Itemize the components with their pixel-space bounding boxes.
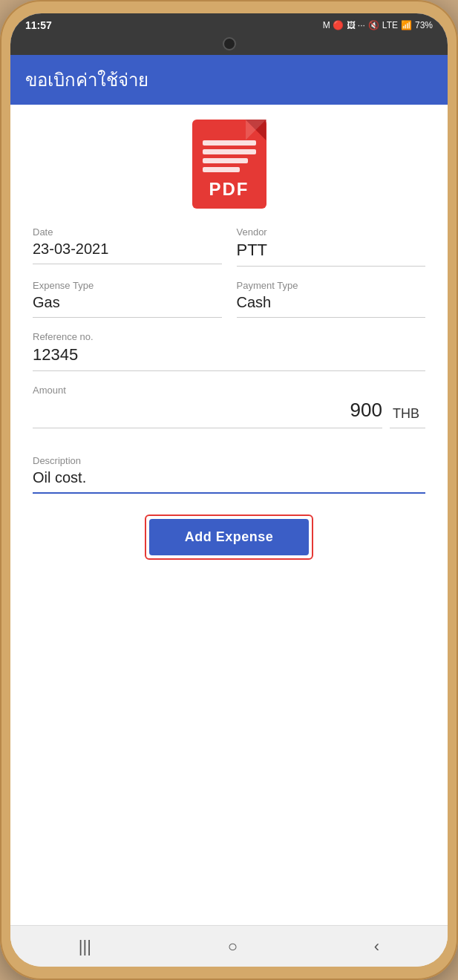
pdf-label: PDF [192,179,266,200]
pdf-line-4 [203,167,240,172]
app-header: ขอเบิกค่าใช้จ่าย [10,55,448,105]
expense-type-label: Expense Type [33,280,222,291]
vendor-label: Vendor [237,226,426,238]
camera-dot [223,37,236,50]
app-title: ขอเบิกค่าใช้จ่าย [25,70,148,90]
reference-label: Reference no. [33,331,425,342]
expense-type-value: Gas [33,294,222,318]
signal-icon: 🔇 [368,20,379,30]
camera-notch [10,37,448,55]
vendor-field: Vendor PTT [237,226,426,267]
amount-value: 900 [33,399,382,428]
pdf-icon-container: PDF [33,120,425,209]
vendor-value: PTT [237,241,426,267]
amount-field-container: Amount 900 THB [33,385,425,442]
wifi-icon: 📶 [401,20,412,30]
reference-field: Reference no. 12345 [33,331,425,371]
description-value: Oil cost. [33,469,425,494]
status-icons: M 🔴 🖼 ··· 🔇 LTE 📶 73% [323,20,433,30]
home-nav-icon[interactable]: ○ [228,937,238,956]
status-bar: 11:57 M 🔴 🖼 ··· 🔇 LTE 📶 73% [10,13,448,37]
date-value: 23-03-2021 [33,241,222,264]
amount-currency: THB [390,406,425,428]
pdf-line-2 [203,149,256,154]
battery-label: 73% [415,20,433,30]
pdf-line-1 [203,140,256,146]
phone-frame: 11:57 M 🔴 🖼 ··· 🔇 LTE 📶 73% ขอเบิกค่าใช้… [0,0,458,980]
date-label: Date [33,226,222,238]
phone-screen: 11:57 M 🔴 🖼 ··· 🔇 LTE 📶 73% ขอเบิกค่าใช้… [10,13,448,967]
amount-row: 900 THB [33,399,425,428]
menu-nav-icon[interactable]: ||| [79,937,91,956]
amount-label: Amount [33,385,425,396]
amount-value-container: 900 [33,399,382,428]
pdf-line-3 [203,158,248,163]
date-field: Date 23-03-2021 [33,226,222,267]
lte-label: LTE [382,20,398,30]
expense-type-field: Expense Type Gas [33,280,222,318]
notification-icons: M 🔴 🖼 ··· [323,20,365,30]
payment-type-field: Payment Type Cash [237,280,426,318]
date-vendor-row: Date 23-03-2021 Vendor PTT [33,226,425,267]
status-time: 11:57 [25,19,52,31]
main-content: PDF Date 23-03-2021 Vendor PTT Expense T… [10,105,448,925]
description-label: Description [33,455,425,466]
payment-type-label: Payment Type [237,280,426,291]
add-expense-button-wrapper: Add Expense [145,514,314,560]
description-field: Description Oil cost. [33,455,425,494]
pdf-icon: PDF [192,120,266,209]
reference-row: Reference no. 12345 [33,331,425,371]
pdf-body: PDF [192,120,266,209]
payment-type-value: Cash [237,294,426,318]
bottom-nav: ||| ○ ‹ [10,925,448,967]
expense-payment-row: Expense Type Gas Payment Type Cash [33,280,425,318]
back-nav-icon[interactable]: ‹ [374,937,379,956]
reference-value: 12345 [33,345,425,371]
add-expense-button[interactable]: Add Expense [149,519,310,555]
pdf-lines [203,140,256,172]
